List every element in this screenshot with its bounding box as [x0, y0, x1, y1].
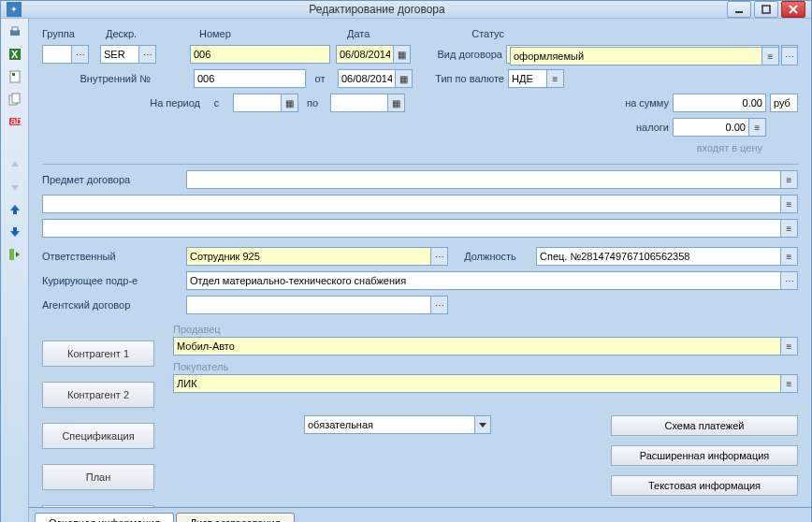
date-label: Дата	[347, 28, 394, 39]
taxes-field[interactable]: ≡	[673, 118, 766, 137]
calendar-icon[interactable]: ▦	[395, 70, 412, 87]
status-label: Статус	[457, 28, 504, 39]
list-icon[interactable]: ≡	[780, 220, 797, 237]
plan-button[interactable]: План	[42, 464, 154, 490]
included-note: входят в цену	[42, 142, 798, 153]
list-icon[interactable]: ≡	[780, 171, 797, 188]
subject-line3[interactable]: ≡	[42, 219, 798, 238]
period-to-label: по	[298, 97, 326, 109]
excel-icon[interactable]: X	[6, 45, 24, 64]
report-icon[interactable]	[6, 67, 24, 86]
sum-field[interactable]	[673, 94, 766, 112]
dept-label: Курирующее подр-е	[42, 275, 182, 286]
period-from-field[interactable]: ▦	[233, 94, 298, 112]
tab-approval[interactable]: Лист согласования	[176, 513, 295, 522]
blue-down-arrow-icon[interactable]	[6, 223, 24, 241]
subject-label: Предмет договора	[42, 174, 182, 185]
svg-rect-9	[12, 73, 15, 76]
list-icon[interactable]: ≡	[780, 196, 797, 212]
descr-field[interactable]: ⋯	[100, 45, 156, 64]
payments-button[interactable]: Схема платежей	[611, 415, 798, 436]
period-to-field[interactable]: ▦	[330, 94, 405, 112]
buyer-section-label: Покупатель	[173, 361, 798, 372]
lookup-icon[interactable]: ⋯	[138, 46, 155, 63]
number-field[interactable]	[190, 45, 330, 64]
list-icon[interactable]: ≡	[546, 70, 563, 87]
text-info-button[interactable]: Текстовая информация	[611, 475, 798, 496]
window-title: Редактирование договора	[27, 3, 727, 16]
date-field[interactable]: ▦	[336, 45, 411, 64]
up-arrow-icon[interactable]	[6, 155, 24, 174]
svg-text:ab: ab	[10, 115, 22, 126]
chevron-down-icon[interactable]	[474, 416, 490, 433]
svg-rect-11	[12, 94, 20, 103]
internal-no-field[interactable]	[194, 69, 306, 88]
descr-label: Дескр.	[106, 28, 162, 39]
lookup-icon[interactable]: ⋯	[71, 46, 88, 63]
svg-rect-5	[12, 27, 18, 31]
sum-unit-field[interactable]	[770, 94, 798, 112]
position-field[interactable]: ≡	[536, 247, 798, 266]
sum-label: на сумму	[613, 97, 669, 109]
internal-no-label: Внутренний №	[42, 73, 156, 84]
period-from-label: с	[210, 97, 224, 109]
toolbar: X ab	[1, 19, 29, 522]
currency-type-label: Тип по валюте	[420, 73, 504, 84]
spec-select[interactable]	[304, 415, 491, 434]
titlebar: ✦ Редактирование договора	[1, 1, 811, 19]
lookup-icon[interactable]: ⋯	[430, 297, 447, 313]
content-area: Группа Дескр. Номер Дата Статус ⋯ ⋯ ▦	[29, 19, 811, 522]
app-window: ✦ Редактирование договора X ab Группа	[0, 0, 812, 522]
svg-text:X: X	[11, 49, 19, 60]
status-field[interactable]: ≡	[510, 47, 779, 65]
more-icon[interactable]: ⋯	[781, 47, 798, 65]
dept-field[interactable]: ⋯	[186, 271, 798, 290]
number-label: Номер	[199, 28, 265, 39]
from-date-field[interactable]: ▦	[338, 69, 413, 88]
list-icon[interactable]: ≡	[748, 119, 765, 136]
buyer-field[interactable]: ≡	[173, 374, 798, 393]
calendar-icon[interactable]: ▦	[387, 94, 404, 111]
period-label: На период	[42, 97, 206, 109]
seller-field[interactable]: ≡	[173, 337, 798, 355]
calendar-icon[interactable]: ▦	[393, 46, 410, 63]
subject-field[interactable]: ≡	[186, 170, 798, 189]
list-icon[interactable]: ≡	[780, 375, 797, 392]
print-icon[interactable]	[6, 22, 24, 41]
responsible-label: Ответственный	[42, 251, 182, 262]
label-icon[interactable]: ab	[6, 112, 24, 131]
seller-section-label: Продавец	[173, 324, 798, 335]
position-label: Должность	[448, 251, 532, 262]
svg-rect-8	[10, 71, 20, 82]
lookup-icon[interactable]: ⋯	[430, 248, 447, 265]
lookup-icon[interactable]: ⋯	[780, 272, 797, 289]
extended-info-button[interactable]: Расширенная информация	[611, 445, 798, 466]
currency-type-field[interactable]: ≡	[508, 69, 564, 88]
specification-button[interactable]: Спецификация	[42, 423, 154, 449]
list-icon[interactable]: ≡	[780, 248, 797, 265]
maximize-button[interactable]	[754, 1, 778, 18]
group-label: Группа	[42, 28, 87, 39]
agency-field[interactable]: ⋯	[186, 296, 448, 314]
svg-rect-14	[9, 249, 14, 260]
app-icon: ✦	[7, 2, 22, 17]
svg-rect-1	[762, 6, 770, 13]
list-icon[interactable]: ≡	[761, 48, 778, 65]
responsible-field[interactable]: ⋯	[186, 247, 448, 266]
list-icon[interactable]: ≡	[780, 338, 797, 355]
from-label: от	[306, 73, 334, 84]
calendar-icon[interactable]: ▦	[281, 94, 297, 111]
blue-up-arrow-icon[interactable]	[6, 200, 24, 219]
taxes-label: налоги	[613, 122, 669, 133]
group-field[interactable]: ⋯	[42, 45, 89, 64]
copy-icon[interactable]	[6, 90, 24, 109]
close-button[interactable]	[781, 1, 805, 18]
minimize-button[interactable]	[727, 1, 751, 18]
subject-line2[interactable]: ≡	[42, 195, 798, 213]
counterparty1-button[interactable]: Контрагент 1	[42, 341, 154, 367]
tab-main-info[interactable]: Основная информация	[35, 513, 174, 522]
down-arrow-icon[interactable]	[6, 178, 24, 196]
counterparty2-button[interactable]: Контрагент 2	[42, 382, 154, 408]
process-icon[interactable]	[6, 245, 24, 264]
agency-label: Агентский договор	[42, 299, 182, 311]
